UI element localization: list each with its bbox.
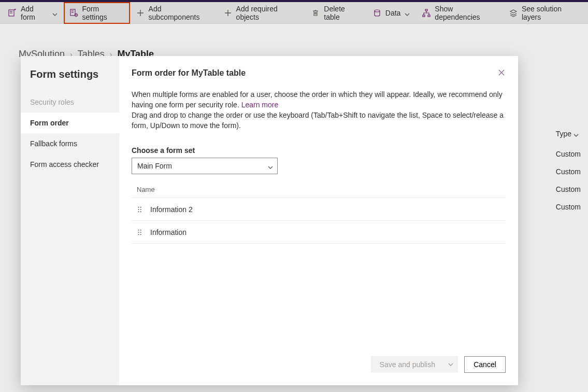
plus-icon (224, 9, 232, 17)
dialog-desc-2: Drag and drop to change the order or use… (132, 111, 504, 130)
svg-point-13 (138, 206, 139, 207)
chevron-down-icon (268, 163, 273, 169)
svg-point-22 (140, 232, 141, 233)
svg-point-18 (140, 211, 141, 212)
nav-fallback-forms[interactable]: Fallback forms (21, 133, 119, 154)
command-bar: Add form Form settings Add subcomponents… (0, 2, 588, 24)
show-dependencies-button[interactable]: Show dependencies (416, 2, 503, 24)
svg-rect-12 (428, 15, 430, 17)
form-order-list: Name Information 2 Information (132, 181, 506, 244)
chevron-down-icon (52, 10, 58, 16)
delete-table-button[interactable]: Delete table (305, 2, 366, 24)
svg-point-17 (138, 211, 139, 212)
add-required-objects-label: Add required objects (236, 5, 299, 21)
svg-point-23 (138, 234, 139, 235)
form-settings-label: Form settings (82, 5, 124, 21)
add-required-objects-button[interactable]: Add required objects (218, 2, 306, 24)
show-dependencies-label: Show dependencies (435, 5, 497, 21)
plus-icon (136, 9, 145, 17)
layers-icon (509, 9, 518, 17)
form-row-name: Information (150, 228, 187, 236)
form-gear-icon (70, 9, 78, 17)
add-form-label: Add form (21, 5, 48, 21)
dialog-sidebar: Form settings Security roles Form order … (21, 56, 119, 385)
dialog-description: When multiple forms are enabled for a us… (132, 89, 505, 131)
dialog-title: Form order for MyTable table (132, 68, 506, 78)
type-header-label: Type (556, 130, 571, 138)
column-header-type[interactable]: Type (551, 127, 584, 141)
save-and-publish-button[interactable]: Save and publish (371, 356, 443, 373)
add-form-button[interactable]: Add form (2, 2, 64, 24)
chevron-down-icon (573, 131, 579, 136)
close-button[interactable] (493, 64, 510, 81)
svg-point-21 (138, 232, 139, 233)
nav-form-order[interactable]: Form order (21, 113, 119, 133)
save-publish-split-button: Save and publish (371, 356, 458, 373)
svg-point-16 (140, 209, 141, 210)
save-split-chevron[interactable] (443, 356, 458, 373)
learn-more-link[interactable]: Learn more (241, 101, 279, 109)
dialog-sidebar-title: Form settings (21, 66, 119, 92)
dialog-content: Form order for MyTable table When multip… (119, 56, 518, 385)
form-settings-dialog: Form settings Security roles Form order … (21, 56, 518, 385)
add-subcomponents-label: Add subcomponents (149, 5, 211, 21)
data-label: Data (385, 9, 401, 17)
svg-point-9 (375, 10, 380, 12)
dialog-footer: Save and publish Cancel (132, 352, 506, 385)
add-subcomponents-button[interactable]: Add subcomponents (130, 2, 218, 24)
type-cell: Custom (536, 180, 588, 198)
trash-icon (311, 9, 320, 17)
dependency-icon (422, 9, 431, 17)
type-cell: Custom (536, 198, 588, 216)
see-solution-layers-label: See solution layers (522, 5, 580, 21)
cancel-button[interactable]: Cancel (464, 356, 506, 373)
nav-form-access-checker[interactable]: Form access checker (21, 154, 119, 175)
data-button[interactable]: Data (367, 2, 417, 24)
form-add-icon (8, 9, 17, 17)
drag-handle-icon[interactable] (137, 205, 143, 214)
form-row-name: Information 2 (150, 205, 193, 214)
see-solution-layers-button[interactable]: See solution layers (503, 2, 586, 24)
nav-security-roles[interactable]: Security roles (21, 92, 119, 113)
form-set-label: Choose a form set (132, 146, 506, 155)
svg-point-20 (140, 229, 141, 230)
database-icon (373, 9, 381, 17)
type-cell: Custom (536, 145, 588, 163)
form-set-value: Main Form (137, 162, 172, 170)
svg-point-24 (140, 234, 141, 235)
form-settings-button[interactable]: Form settings (64, 2, 130, 24)
svg-rect-10 (425, 9, 427, 11)
list-header-name: Name (132, 181, 506, 198)
type-column-values: Custom Custom Custom Custom (536, 145, 588, 216)
svg-point-15 (138, 209, 139, 210)
type-cell: Custom (536, 163, 588, 180)
drag-handle-icon[interactable] (137, 228, 143, 236)
chevron-down-icon (405, 10, 410, 16)
svg-point-19 (138, 229, 139, 230)
delete-table-label: Delete table (324, 5, 360, 21)
svg-point-14 (140, 206, 141, 207)
form-set-dropdown[interactable]: Main Form (132, 158, 278, 174)
svg-rect-11 (423, 15, 425, 17)
form-row[interactable]: Information 2 (132, 198, 506, 221)
form-row[interactable]: Information (132, 221, 506, 244)
dialog-desc-1: When multiple forms are enabled for a us… (132, 90, 503, 109)
